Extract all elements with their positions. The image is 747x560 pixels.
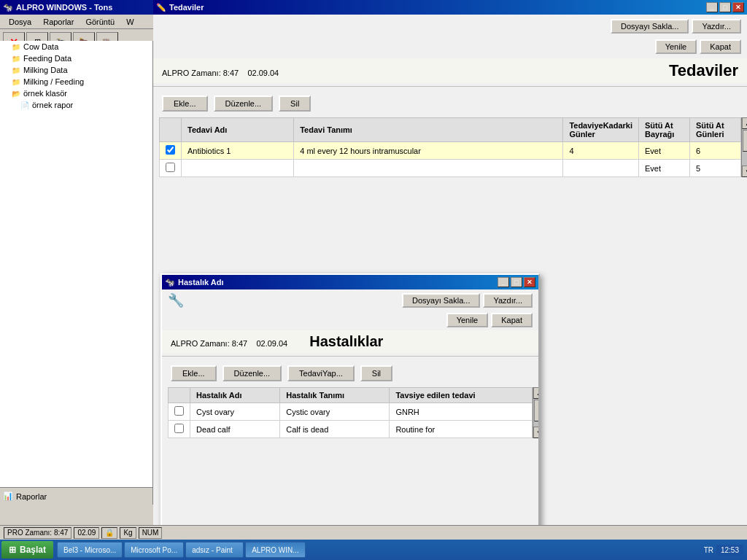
table-row[interactable]: Dead calf Calf is dead Routine for [169,421,533,438]
h-row-tanim-2: Calf is dead [280,421,390,438]
taskbar-bel3[interactable]: Bel3 - Microso... [57,542,123,558]
hastalik-add-btn[interactable]: Ekle... [171,365,217,381]
tedaviler-minimize-btn[interactable]: _ [706,2,718,12]
row-milk-flag-1: Evet [639,142,690,160]
sidebar-milking-feeding-label: Milking / Feeding [23,77,84,86]
hastalik-print-btn[interactable]: Yazdır... [483,293,533,308]
sidebar-ornek-label: örnek klasör [23,89,67,98]
hastalik-treatment-btn[interactable]: TedaviYap... [287,365,355,381]
bottom-panel: 📊 Raporlar [0,487,153,505]
h-hastalik-tanimi: Hastalık Tanımı [280,388,390,403]
h-scroll-down-btn[interactable]: ▼ [533,427,538,438]
tedaviler-titlebar-buttons: _ □ ✕ [706,2,744,12]
h-scroll-up-btn[interactable]: ▲ [533,387,538,399]
sidebar-item-ornek-rapor[interactable]: 📄 örnek rapor [18,99,152,111]
menu-dosya[interactable]: Dosya [3,16,37,28]
table-row[interactable]: Antibiotics 1 4 ml every 12 hours intram… [160,142,741,160]
hastalik-table: Hastalık Adı Hastalık Tanımı Tavsiye edi… [168,387,533,438]
h-scroll-track [533,399,538,427]
row-tanim-2 [294,160,563,177]
h-row-checkbox-1[interactable] [169,403,190,421]
h-row-checkbox-2[interactable] [169,421,190,438]
vertical-scrollbar[interactable]: ▲ ▼ [741,117,747,177]
hastalik-header-icon: 🔧 [168,292,184,308]
scroll-up-btn[interactable]: ▲ [742,117,747,129]
menu-goruntu[interactable]: Görüntü [80,16,120,28]
hastalik-minimize-btn[interactable]: _ [498,277,509,287]
lang-indicator: TR [704,546,713,554]
h-checkbox [169,388,190,403]
hastalik-header: 🔧 Dosyayı Sakla... Yazdır... [162,289,538,311]
h-row-recommended-1: GNRH [390,403,533,421]
tedaviler-delete-btn[interactable]: Sil [279,96,311,112]
raporlar-label[interactable]: Raporlar [16,492,47,501]
tedaviler-icon: ✏️ [156,3,166,12]
h-scroll-thumb[interactable] [534,400,538,421]
taskbar-paint[interactable]: adsız - Paint [185,542,244,558]
hastalik-close-window-btn[interactable]: Kapat [491,313,533,327]
tedaviler-refresh-btn[interactable]: Yenile [655,39,697,54]
hastalik-actions: Ekle... Düzenle... TedaviYap... Sil [162,359,538,387]
hastalik-vertical-scrollbar[interactable]: ▲ ▼ [533,387,538,438]
hastalik-close-btn[interactable]: ✕ [524,277,535,287]
tedaviler-maximize-btn[interactable]: □ [719,2,731,12]
row-gunler-1: 4 [563,142,639,160]
sidebar-milking-label: Milking Data [23,66,68,74]
scroll-down-btn[interactable]: ▼ [742,166,747,177]
tedaviler-print-btn[interactable]: Yazdır... [692,19,741,34]
hastalik-icon: 🐄 [165,278,175,287]
tedaviler-save-btn[interactable]: Dosyayı Sakla... [611,19,689,34]
folder-icon: 📁 [12,43,20,51]
sidebar-item-feeding-data[interactable]: 📁 Feeding Data [9,52,152,64]
row-checkbox-2[interactable] [160,160,182,177]
hastalik-table-container: Hastalık Adı Hastalık Tanımı Tavsiye edi… [168,387,533,438]
hastalik-titlebar: 🐄 Hastalık Adı _ □ ✕ [162,275,538,289]
scroll-thumb[interactable] [743,130,747,152]
table-row[interactable]: Cyst ovary Cystic ovary GNRH [169,403,533,421]
taskbar-items: Bel3 - Microso... Microsoft Po... adsız … [57,542,704,558]
tedaviler-title-text: Tedaviler [169,3,204,12]
sidebar-cow-data-label: Cow Data [23,42,58,51]
status-num: NUM [139,527,163,539]
hastalik-title-text: Hastalık Adı [178,278,224,287]
tedaviler-table-container: Tedavi Adı Tedavi Tanımı TedaviyeKadarki… [159,117,741,177]
sidebar-item-ornek-klasor[interactable]: 📂 örnek klasör [9,88,152,99]
hastalik-refresh-btn[interactable]: Yenile [446,313,489,327]
hastalik-delete-btn[interactable]: Sil [360,365,392,381]
hastalik-titlebar-buttons: _ □ ✕ [498,277,535,287]
folder-icon-3: 📁 [12,66,20,74]
hastalik-edit-btn[interactable]: Düzenle... [222,365,282,381]
tedaviler-header-buttons: Dosyayı Sakla... Yazdır... [153,15,747,38]
tedaviler-close-window-btn[interactable]: Kapat [700,39,741,54]
table-row[interactable]: Evet 5 [160,160,741,177]
start-button[interactable]: ⊞ Başlat [1,541,53,559]
sidebar-rapor-label: örnek rapor [32,101,73,109]
hastalik-maximize-btn[interactable]: □ [511,277,522,287]
row-milk-flag-2: Evet [639,160,690,177]
sidebar-item-milking-data[interactable]: 📁 Milking Data [9,64,152,76]
hastalik-refresh-buttons: Yenile Kapat [162,311,538,330]
taskbar-alpro[interactable]: ALPRO WIN... [245,542,305,558]
menu-w[interactable]: W [120,16,139,28]
tedaviler-close-btn[interactable]: ✕ [732,2,744,12]
hastalik-title-left: 🐄 Hastalık Adı [165,278,224,287]
menu-raporlar[interactable]: Raporlar [37,16,80,28]
hastalik-tool-icon: 🔧 [168,292,184,308]
hastalik-save-btn[interactable]: Dosyayı Sakla... [402,293,480,308]
sidebar-item-milking-feeding[interactable]: 📁 Milking / Feeding [9,76,152,88]
tedaviler-add-btn[interactable]: Ekle... [162,96,208,112]
status-lock: 🔒 [101,527,117,539]
tedaviler-title-bar: ALPRO Zamanı: 8:47 02.09.04 Tedaviler [153,58,747,83]
hastalik-header-buttons: Dosyayı Sakla... Yazdır... [402,293,533,308]
h-tavsiye: Tavsiye edilen tedavi [390,388,533,403]
taskbar-microsoft-po[interactable]: Microsoft Po... [124,542,184,558]
status-unit: Kg [120,527,136,539]
status-time: PRO Zamanı: 8:47 [4,527,71,539]
sidebar-item-cow-data[interactable]: 📁 Cow Data [9,41,152,52]
folder-icon-5: 📂 [12,90,20,98]
hastalik-window: 🐄 Hastalık Adı _ □ ✕ 🔧 Dosyayı Sakla... … [160,273,540,543]
hastalik-page-title: Hastalıklar [309,333,383,350]
th-gunler: TedaviyeKadarki Günler [563,118,639,142]
row-checkbox-1[interactable] [160,142,182,160]
tedaviler-edit-btn[interactable]: Düzenle... [214,96,274,112]
